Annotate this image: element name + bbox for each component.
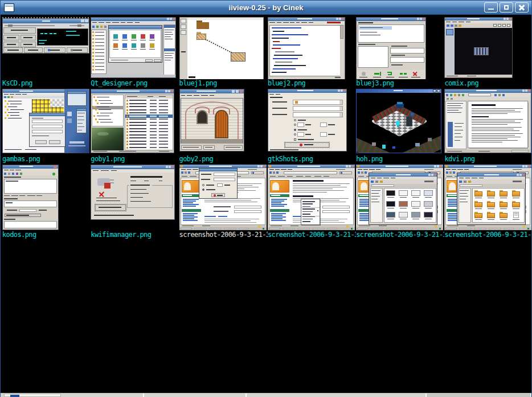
- minimize-button[interactable]: [484, 2, 498, 13]
- taskbar-separator: [245, 394, 247, 397]
- thumbnail-filename: screenshot-2006-9-3-21-37-: [444, 231, 532, 239]
- thumbnail-cell-kwifimanager: kwifimanager.png: [91, 163, 179, 239]
- thumbnail-goby1[interactable]: [91, 89, 174, 153]
- maximize-icon: [504, 5, 509, 10]
- thumbnail-filename: screenshot-2006-9-3-21-36-: [179, 231, 268, 239]
- thumbnail-screenshot_b[interactable]: [268, 165, 355, 230]
- thumbnail-kodos[interactable]: [2, 165, 59, 230]
- thumbnail-filename: bluej2.png: [268, 79, 356, 88]
- thumbnail-kscd[interactable]: [2, 17, 89, 79]
- thumbnail-filename: hoh.png: [356, 155, 444, 163]
- close-button[interactable]: [515, 2, 529, 13]
- thumbnail-filename: gtkShots.png: [268, 155, 356, 163]
- thumbnail-cell-kdvi: kdvi.png: [444, 88, 532, 163]
- thumbnail-hoh[interactable]: [356, 89, 441, 153]
- thumbnail-cell-screenshot_d: screenshot-2006-9-3-21-37-: [444, 163, 532, 239]
- titlebar: iiview-0.25 - by Cinek: [1, 0, 531, 15]
- thumbnail-cell-screenshot_b: screenshot-2006-9-3-21-37-: [268, 163, 356, 239]
- thumbnail-filename: kwifimanager.png: [91, 231, 179, 239]
- thumbnail-kdvi[interactable]: [444, 89, 531, 153]
- maximize-button[interactable]: [500, 2, 513, 13]
- minimize-icon: [488, 9, 494, 10]
- taskbar-separator: [143, 394, 144, 397]
- thumbnail-bluej1[interactable]: [179, 17, 264, 79]
- thumbnail-cell-hoh: hoh.png: [356, 88, 444, 163]
- thumbnail-kwifimanager[interactable]: [91, 165, 175, 220]
- window-title: iiview-0.25 - by Cinek: [1, 3, 531, 12]
- thumbnail-cell-gambas: gambas.png: [2, 88, 91, 163]
- thumbnail-cell-bluej3: bluej3.png: [356, 16, 444, 88]
- thumbnail-cell-kscd: KsCD.png: [2, 16, 91, 88]
- thumbnail-cell-goby2: goby2.png: [179, 88, 268, 163]
- thumbnail-cell-qt_designer: Qt_designer.png: [91, 16, 179, 88]
- thumbnail-screenshot_a[interactable]: [179, 165, 267, 230]
- thumbnail-screenshot_d[interactable]: [444, 165, 531, 230]
- thumbnail-filename: screenshot-2006-9-3-21-37-: [268, 231, 356, 239]
- thumbnail-goby2[interactable]: [179, 89, 244, 152]
- thumbnail-filename: goby1.png: [91, 155, 179, 163]
- thumbnail-filename: goby2.png: [179, 155, 268, 163]
- thumbnail-cell-goby1: goby1.png: [91, 88, 179, 163]
- thumbnail-comix[interactable]: [444, 17, 513, 78]
- thumbnail-grid: KsCD.pngQt_designer.pngbluej1.pngbluej2.…: [1, 15, 531, 392]
- desktop-taskbar: [1, 392, 531, 397]
- thumbnail-gtkshots[interactable]: [268, 89, 347, 152]
- thumbnail-qt_designer[interactable]: [91, 17, 176, 78]
- thumbnail-gambas[interactable]: [2, 89, 89, 153]
- thumbnail-screenshot_c[interactable]: [356, 165, 443, 230]
- thumbnail-cell-comix: comix.png: [444, 16, 532, 88]
- thumbnail-bluej3[interactable]: [356, 17, 426, 79]
- thumbnail-filename: comix.png: [444, 79, 532, 88]
- thumbnail-filename: KsCD.png: [2, 79, 91, 88]
- taskbar-tray: [425, 394, 531, 397]
- thumbnail-filename: kdvi.png: [444, 155, 532, 163]
- thumbnail-cell-kodos: kodos.png: [2, 163, 91, 239]
- thumbnail-filename: bluej1.png: [179, 79, 268, 88]
- thumbnail-cell-gtkshots: gtkShots.png: [268, 88, 356, 163]
- thumbnail-cell-bluej1: bluej1.png: [179, 16, 268, 88]
- window-icon-glyph: [5, 6, 13, 11]
- thumbnail-bluej2[interactable]: [268, 17, 345, 79]
- app-window: iiview-0.25 - by Cinek KsCD.pngQt_design…: [0, 0, 532, 397]
- thumbnail-filename: bluej3.png: [356, 79, 444, 88]
- thumbnail-filename: kodos.png: [2, 231, 91, 239]
- thumbnail-filename: gambas.png: [2, 155, 91, 163]
- thumbnail-filename: screenshot-2006-9-3-21-37-: [356, 231, 444, 239]
- thumbnail-cell-bluej2: bluej2.png: [268, 16, 356, 88]
- taskbar-active-task[interactable]: [4, 394, 61, 397]
- thumbnail-cell-screenshot_c: screenshot-2006-9-3-21-37-: [356, 163, 444, 239]
- thumbnail-filename: Qt_designer.png: [91, 79, 179, 88]
- taskbar-app-icon: [10, 395, 19, 397]
- window-menu-icon[interactable]: [4, 3, 14, 12]
- window-controls: [484, 2, 529, 13]
- thumbnail-cell-screenshot_a: screenshot-2006-9-3-21-36-: [179, 163, 268, 239]
